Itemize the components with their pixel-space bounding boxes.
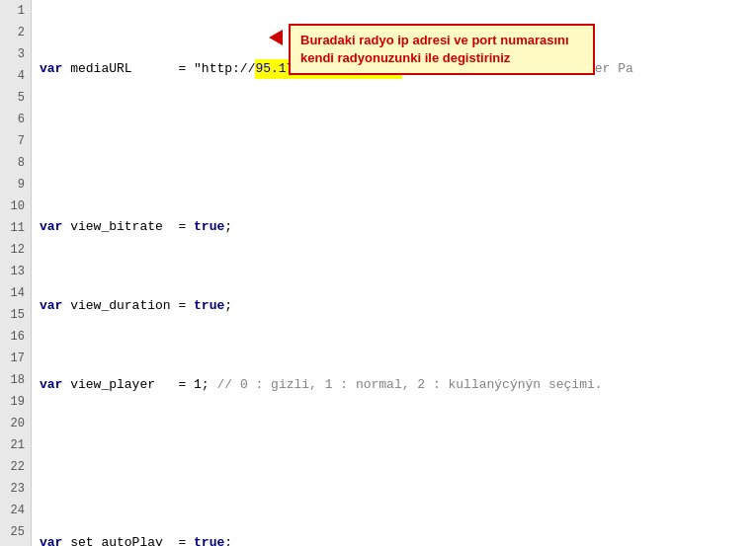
code-text-5: view_player — [62, 375, 178, 395]
semicolon-5: ; — [202, 375, 210, 395]
keyword-var-5: var — [40, 375, 62, 395]
line-num-4: 4 — [0, 65, 31, 87]
line-num-10: 10 — [0, 195, 31, 217]
line-num-6: 6 — [0, 109, 31, 130]
line-num-14: 14 — [0, 282, 31, 304]
operator-3: = — [178, 217, 194, 237]
code-content: var mediaURL = "http://95.173.162.184:93… — [32, 0, 756, 546]
line-num-8: 8 — [0, 152, 31, 174]
operator-5: = — [178, 375, 194, 395]
tooltip-text: Buradaki radyo ip adresi ve port numaras… — [300, 33, 569, 65]
code-line-2 — [40, 138, 748, 158]
line-num-23: 23 — [0, 478, 31, 500]
line-num-16: 16 — [0, 326, 31, 348]
line-num-1: 1 — [0, 0, 31, 22]
semicolon-3: ; — [224, 217, 232, 237]
code-editor: 1 2 3 4 5 6 7 8 9 10 11 12 13 14 15 16 1… — [0, 0, 756, 546]
keyword-var-4: var — [40, 296, 62, 316]
keyword-var-1: var — [40, 59, 62, 79]
code-text-1: mediaURL — [62, 59, 178, 79]
value-5: 1 — [194, 375, 202, 395]
code-line-6 — [40, 454, 748, 474]
code-line-7: var set_autoPlay = true ; — [40, 533, 748, 546]
line-num-19: 19 — [0, 391, 31, 413]
line-num-13: 13 — [0, 261, 31, 282]
line-num-12: 12 — [0, 239, 31, 261]
line-num-21: 21 — [0, 434, 31, 456]
keyword-var-3: var — [40, 217, 62, 237]
value-4: true — [194, 296, 224, 316]
code-area[interactable]: var mediaURL = "http://95.173.162.184:93… — [32, 0, 756, 546]
line-num-24: 24 — [0, 500, 31, 521]
code-line-5: var view_player = 1 ; // 0 : gizli, 1 : … — [40, 375, 748, 395]
line-num-5: 5 — [0, 87, 31, 109]
line-num-3: 3 — [0, 43, 31, 65]
comment-5: // 0 : gizli, 1 : normal, 2 : kullanýcýn… — [210, 375, 603, 395]
semicolon-7: ; — [224, 533, 232, 546]
line-num-2: 2 — [0, 22, 31, 43]
line-num-25: 25 — [0, 521, 31, 543]
code-line-3: var view_bitrate = true ; — [40, 217, 748, 237]
line-num-18: 18 — [0, 369, 31, 391]
line-num-7: 7 — [0, 130, 31, 152]
line-num-11: 11 — [0, 217, 31, 239]
semicolon-4: ; — [224, 296, 232, 316]
tooltip-box: Buradaki radyo ip adresi ve port numaras… — [289, 24, 595, 75]
code-text-7: set_autoPlay — [62, 533, 178, 546]
code-line-4: var view_duration = true ; — [40, 296, 748, 316]
line-num-20: 20 — [0, 413, 31, 434]
value-7: true — [194, 533, 224, 546]
operator-4: = — [178, 296, 194, 316]
line-num-15: 15 — [0, 304, 31, 326]
code-text-4: view_duration — [62, 296, 178, 316]
keyword-var-7: var — [40, 533, 62, 546]
value-3: true — [194, 217, 224, 237]
operator-7: = — [178, 533, 194, 546]
line-num-22: 22 — [0, 456, 31, 478]
operator-1: = — [178, 59, 194, 79]
code-text-3: view_bitrate — [62, 217, 178, 237]
tooltip-arrow — [269, 30, 283, 45]
line-num-17: 17 — [0, 348, 31, 369]
line-num-9: 9 — [0, 174, 31, 195]
code-text-1b: "http:// — [194, 59, 255, 79]
line-numbers: 1 2 3 4 5 6 7 8 9 10 11 12 13 14 15 16 1… — [0, 0, 32, 546]
